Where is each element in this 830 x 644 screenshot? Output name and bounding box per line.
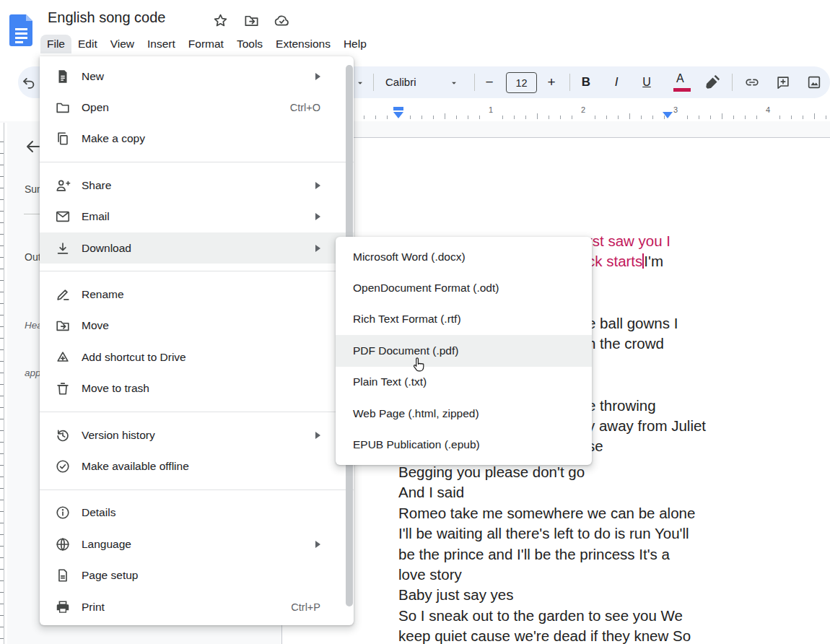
vruler-tick [0,592,4,593]
ruler-tick [421,116,422,119]
docs-logo-icon[interactable] [9,14,33,47]
vruler-tick [0,165,4,165]
star-icon[interactable] [212,12,229,29]
menu-item-new[interactable]: New [40,61,354,92]
toolbar-divider [474,74,475,91]
menu-item-version-history[interactable]: Version history [40,419,354,451]
vruler-tick [0,557,4,558]
ruler-tick [629,113,630,119]
ruler-tick [456,116,457,119]
menu-item-email[interactable]: Email [40,201,354,232]
vruler-tick [0,269,4,269]
menu-item-add-shortcut-to-drive[interactable]: Add shortcut to Drive [40,341,354,373]
menubar-item-view[interactable]: View [104,35,141,53]
vruler-tick [0,292,4,292]
submenu-item-epub-publication-epub-[interactable]: EPUB Publication (.epub) [336,429,592,460]
right-indent-marker[interactable] [663,112,673,118]
submenu-item-plain-text-txt-[interactable]: Plain Text (.txt) [336,367,592,398]
menubar-item-edit[interactable]: Edit [71,35,104,53]
menu-divider [40,162,354,162]
menu-item-details[interactable]: Details [40,497,354,528]
menu-item-download[interactable]: Download [40,232,354,264]
menubar: FileEditViewInsertFormatToolsExtensionsH… [40,33,373,55]
doc-line: keep quiet cause we're dead if they knew… [398,626,691,644]
vruler-tick [0,153,4,154]
submenu-item-label: OpenDocument Format (.odt) [353,282,499,295]
decrease-font-size-button[interactable]: − [482,74,497,91]
ruler-tick [814,113,815,119]
menu-item-rename[interactable]: Rename [40,279,354,310]
vruler-tick [0,453,4,454]
menubar-item-file[interactable]: File [40,35,71,53]
doc-text: Baby just say yes [398,586,514,603]
ruler-tick [595,116,595,119]
menu-item-language[interactable]: Language [40,528,354,560]
drive-add-icon [54,349,71,366]
menu-divider [40,489,354,490]
menubar-item-help[interactable]: Help [337,35,373,53]
link-icon[interactable] [743,74,761,90]
menu-item-label: Rename [82,288,124,301]
submenu-arrow-icon [315,245,320,252]
submenu-arrow-icon [315,182,320,189]
ruler-tick [710,116,711,119]
submenu-item-opendocument-format-odt-[interactable]: OpenDocument Format (.odt) [336,272,592,303]
add-comment-icon[interactable] [774,74,792,90]
toolbar-divider [732,74,733,91]
doc-line: Begging you please don't go [398,462,585,482]
ruler-tick [502,116,503,119]
menubar-item-extensions[interactable]: Extensions [269,35,337,53]
ruler-tick [537,113,538,119]
menubar-item-insert[interactable]: Insert [141,35,182,53]
doc-line: And I said [398,482,464,502]
file-menu: NewOpenCtrl+OMake a copyShareEmailDownlo… [40,56,354,625]
left-indent-marker[interactable] [393,107,403,118]
copy-icon [54,130,71,147]
menubar-item-tools[interactable]: Tools [230,35,269,53]
text-color-icon[interactable]: A [673,72,691,92]
document-title[interactable]: English song code [48,9,165,26]
submenu-item-web-page-html-zipped-[interactable]: Web Page (.html, zipped) [336,398,592,429]
vruler-tick [0,615,4,616]
menubar-item-format[interactable]: Format [182,35,230,53]
underline-button[interactable]: U [639,74,654,91]
ruler-number: 3 [673,105,678,114]
menu-item-move-to-trash[interactable]: Move to trash [40,373,354,404]
move-folder-icon[interactable] [243,12,261,29]
submenu-item-rich-text-format-rtf-[interactable]: Rich Text Format (.rtf) [336,304,592,335]
cloud-check-icon[interactable] [272,12,292,29]
font-size-input[interactable]: 12 [506,72,537,93]
increase-font-size-button[interactable]: + [544,74,559,91]
first-line-indent-marker[interactable] [393,107,403,110]
menu-item-open[interactable]: OpenCtrl+O [40,92,354,123]
ruler-tick [375,116,376,119]
submenu-item-label: PDF Document (.pdf) [353,344,458,357]
menu-item-print[interactable]: PrintCtrl+P [40,591,354,622]
menu-divider [40,271,354,271]
font-caret-icon[interactable] [450,79,458,87]
vertical-ruler [0,123,7,644]
insert-image-icon[interactable] [805,74,823,90]
rename-icon [54,286,71,303]
submenu-item-pdf-document-pdf-[interactable]: PDF Document (.pdf) [336,335,592,366]
menu-item-make-a-copy[interactable]: Make a copy [40,123,354,155]
undo-icon[interactable] [21,74,37,90]
offline-icon [54,458,71,475]
ruler-tick [803,116,803,119]
italic-button[interactable]: I [609,74,624,91]
doc-new-icon [54,68,71,85]
submenu-item-label: Plain Text (.txt) [353,375,427,388]
doc-line: Baby just say yes [398,585,514,605]
submenu-item-microsoft-word-docx-[interactable]: Microsoft Word (.docx) [336,241,592,272]
menu-item-share[interactable]: Share [40,170,354,201]
ruler-tick [791,116,792,119]
bold-button[interactable]: B [579,74,593,91]
vruler-tick [0,465,4,466]
menu-item-page-setup[interactable]: Page setup [40,560,354,591]
menu-item-move[interactable]: Move [40,310,354,341]
dropdown-caret-icon[interactable] [356,79,364,87]
font-name-select[interactable]: Calibri [385,76,416,88]
highlight-icon[interactable] [704,74,721,91]
ruler-tick [687,116,688,119]
menu-item-make-available-offline[interactable]: Make available offline [40,451,354,482]
